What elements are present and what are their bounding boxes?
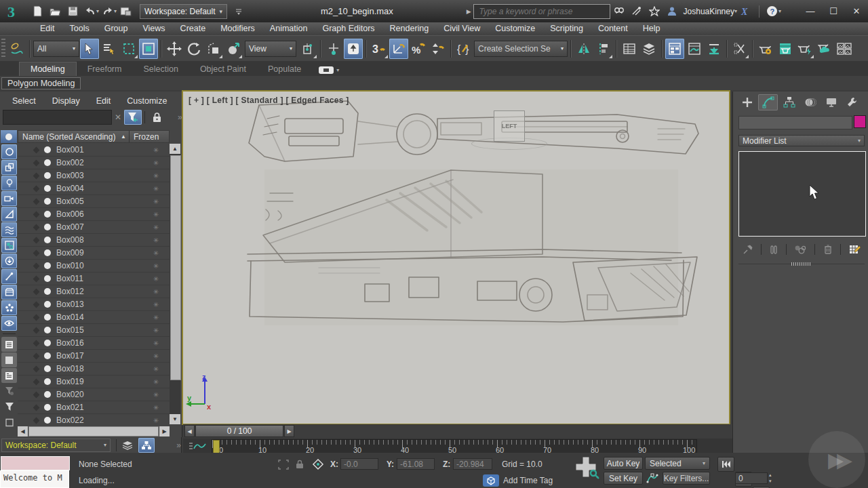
- toolbar-flyout-icon[interactable]: [230, 3, 248, 20]
- frozen-icon[interactable]: ✳: [142, 417, 170, 424]
- frozen-icon[interactable]: ✳: [142, 365, 170, 373]
- frozen-icon[interactable]: ✳: [142, 275, 170, 283]
- table-row[interactable]: Box021✳: [18, 401, 170, 414]
- y-coord-field[interactable]: -61.08: [397, 458, 435, 470]
- z-coord-field[interactable]: -20.984: [453, 458, 492, 470]
- blank-view-icon[interactable]: [1, 352, 17, 367]
- table-row[interactable]: Box002✳: [18, 157, 170, 169]
- render-setup-button[interactable]: [756, 39, 775, 59]
- table-row[interactable]: Box015✳: [18, 324, 170, 337]
- table-row[interactable]: Box004✳: [18, 182, 170, 195]
- ribbon-tab-modeling[interactable]: Modeling: [19, 62, 77, 76]
- schematic-view-button[interactable]: [730, 39, 749, 59]
- menu-create[interactable]: Create: [173, 22, 214, 35]
- frozen-icon[interactable]: ✳: [142, 172, 170, 180]
- percent-snap-toggle[interactable]: %: [409, 39, 428, 59]
- explorer-menu-select[interactable]: Select: [5, 95, 43, 107]
- menu-content[interactable]: Content: [591, 22, 635, 35]
- go-to-start-button[interactable]: [717, 457, 734, 472]
- ribbon-tab-selection[interactable]: Selection: [132, 62, 189, 76]
- auto-key-button[interactable]: Auto Key: [604, 457, 643, 470]
- table-row[interactable]: Box017✳: [18, 350, 170, 363]
- toolbar-grip[interactable]: [1, 39, 5, 59]
- select-by-name-button[interactable]: [100, 39, 119, 59]
- explorer-search-input[interactable]: [3, 110, 112, 125]
- x-coord-field[interactable]: -0.0: [340, 458, 378, 470]
- frozen-icon[interactable]: ✳: [142, 159, 170, 167]
- reference-coordinate-dropdown[interactable]: View ▾: [245, 41, 296, 57]
- table-row[interactable]: Box020✳: [18, 388, 170, 401]
- maxscript-macro-recorder[interactable]: [1, 456, 70, 470]
- table-row[interactable]: Box013✳: [18, 298, 170, 311]
- tab-hierarchy[interactable]: [779, 94, 799, 110]
- panel-splitter-handle[interactable]: [738, 264, 865, 266]
- tab-display[interactable]: [821, 94, 841, 110]
- display-bones-icon[interactable]: [1, 269, 17, 284]
- scroll-left-icon[interactable]: ◀: [18, 426, 28, 436]
- layer-explorer-button[interactable]: [620, 39, 639, 59]
- explorer-horizontal-scrollbar[interactable]: ◀ ▶: [18, 426, 170, 436]
- viewport-label[interactable]: [ + ] [ Left ] [ Standard ] [ Edged Face…: [189, 96, 349, 105]
- mirror-button[interactable]: [574, 39, 593, 59]
- display-lights-icon[interactable]: [1, 176, 17, 190]
- table-row[interactable]: Box011✳: [18, 272, 170, 285]
- angle-snap-toggle[interactable]: [389, 39, 408, 59]
- window-crossing-toggle[interactable]: [139, 39, 158, 59]
- select-object-button[interactable]: [80, 39, 99, 59]
- window-maximize-button[interactable]: ☐: [822, 4, 845, 19]
- menu-group[interactable]: Group: [97, 22, 136, 35]
- snaps-toggle-3d-button[interactable]: 3: [370, 39, 389, 59]
- menu-views[interactable]: Views: [135, 22, 172, 35]
- explorer-menu-edit[interactable]: Edit: [90, 95, 118, 107]
- frozen-icon[interactable]: ✳: [142, 198, 170, 205]
- table-row[interactable]: Box007✳: [18, 221, 170, 234]
- menu-tools[interactable]: Tools: [62, 22, 97, 35]
- window-close-button[interactable]: ✕: [845, 4, 868, 19]
- table-row[interactable]: Box010✳: [18, 260, 170, 272]
- menu-modifiers[interactable]: Modifiers: [213, 22, 262, 35]
- frozen-icon[interactable]: ✳: [142, 314, 170, 321]
- search-icon[interactable]: [610, 3, 628, 20]
- viewcube[interactable]: LEFT: [494, 110, 525, 142]
- ribbon-tab-object-paint[interactable]: Object Paint: [189, 62, 257, 76]
- frozen-icon[interactable]: ✳: [142, 327, 170, 334]
- frozen-icon[interactable]: ✳: [142, 404, 170, 411]
- explorer-overflow-icon[interactable]: »: [178, 113, 182, 122]
- select-and-scale-button[interactable]: [204, 39, 223, 59]
- tree-expander[interactable]: [33, 146, 40, 153]
- table-row[interactable]: Box001✳: [18, 144, 170, 157]
- isolate-selection-icon[interactable]: [277, 459, 290, 470]
- time-tag-cube-icon[interactable]: [483, 474, 499, 487]
- filter-config-icon[interactable]: [1, 384, 17, 399]
- table-row[interactable]: Box018✳: [18, 363, 170, 375]
- select-and-link-icon[interactable]: [7, 39, 26, 59]
- frozen-column-header[interactable]: Frozen: [130, 132, 169, 142]
- scroll-down-icon[interactable]: ▼: [170, 414, 180, 424]
- use-pivot-point-center-button[interactable]: [298, 39, 317, 59]
- frozen-icon[interactable]: ✳: [142, 378, 170, 386]
- render-production-button[interactable]: [795, 39, 814, 59]
- filter-icon[interactable]: [1, 399, 17, 414]
- rectangular-selection-region-button[interactable]: [119, 39, 138, 59]
- display-shapes-icon[interactable]: [1, 160, 17, 175]
- scrollbar-thumb[interactable]: [28, 426, 159, 436]
- ribbon-minimize-dropdown-icon[interactable]: ▾: [336, 67, 339, 73]
- name-column-header[interactable]: Name (Sorted Ascending): [18, 132, 121, 142]
- named-selection-set-dropdown[interactable]: Create Selection Se ▾: [474, 41, 568, 57]
- explorer-menu-customize[interactable]: Customize: [120, 95, 174, 107]
- user-name[interactable]: JoshuaKinney: [684, 7, 734, 16]
- display-geometry-icon[interactable]: [1, 144, 17, 159]
- favorites-star-icon[interactable]: [646, 3, 663, 20]
- rendered-frame-window-button[interactable]: [776, 39, 795, 59]
- current-frame-field[interactable]: 0: [735, 472, 768, 484]
- frozen-icon[interactable]: ✳: [142, 262, 170, 270]
- object-color-swatch[interactable]: [854, 115, 866, 128]
- spinner-up-icon[interactable]: ▴: [769, 472, 772, 478]
- select-and-manipulate-button[interactable]: [324, 39, 343, 59]
- table-row[interactable]: Box008✳: [18, 234, 170, 247]
- explorer-menu-display[interactable]: Display: [45, 95, 87, 107]
- container-tools-icon[interactable]: [1, 415, 17, 430]
- new-file-button[interactable]: [28, 3, 46, 20]
- keying-track-icon[interactable]: [645, 472, 660, 485]
- configure-modifier-sets-icon[interactable]: [849, 244, 861, 255]
